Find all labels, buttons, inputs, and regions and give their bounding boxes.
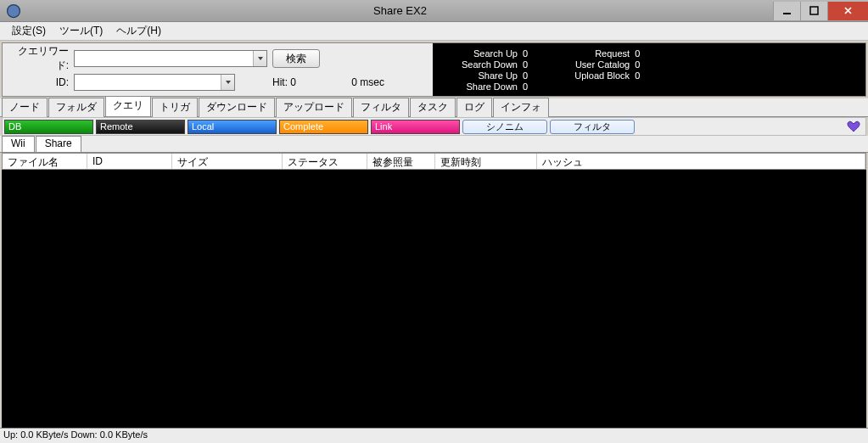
id-input[interactable] bbox=[75, 75, 221, 90]
search-panel: クエリワード: 検索 ID: Hit: 0 0 msec Search Up0 … bbox=[2, 42, 866, 97]
results-area bbox=[2, 170, 866, 428]
tab-task[interactable]: タスク bbox=[410, 98, 456, 117]
stat-row: Share Up0 bbox=[441, 70, 528, 81]
query-input[interactable] bbox=[75, 51, 253, 66]
tab-info[interactable]: インフォ bbox=[493, 98, 549, 117]
col-hash[interactable]: ハッシュ bbox=[537, 154, 865, 169]
stat-row: Search Up0 bbox=[441, 48, 528, 59]
close-button[interactable] bbox=[827, 2, 868, 20]
menu-tool[interactable]: ツール(T) bbox=[53, 22, 109, 40]
col-id[interactable]: ID bbox=[87, 154, 172, 169]
search-form: クエリワード: 検索 ID: Hit: 0 0 msec bbox=[3, 43, 433, 96]
chip-complete[interactable]: Complete bbox=[279, 120, 368, 134]
tab-log[interactable]: ログ bbox=[456, 98, 492, 117]
subtab-wii[interactable]: Wii bbox=[2, 136, 35, 152]
maximize-button[interactable] bbox=[800, 2, 827, 20]
col-status[interactable]: ステータス bbox=[283, 154, 367, 169]
minimize-button[interactable] bbox=[773, 2, 800, 20]
tab-node[interactable]: ノード bbox=[2, 98, 48, 117]
chip-link[interactable]: Link bbox=[371, 120, 460, 134]
titlebar: Share EX2 bbox=[0, 0, 868, 22]
heart-icon[interactable] bbox=[847, 120, 860, 133]
stat-row: Request0 bbox=[553, 48, 640, 59]
pill-filter[interactable]: フィルタ bbox=[550, 120, 635, 134]
menu-help[interactable]: ヘルプ(H) bbox=[109, 22, 168, 40]
stat-value: 0 bbox=[523, 81, 528, 92]
stat-label: User Catalog bbox=[553, 59, 630, 70]
chevron-down-icon[interactable] bbox=[253, 51, 266, 66]
sub-tabs: Wii Share bbox=[0, 136, 868, 153]
window-title: Share EX2 bbox=[27, 4, 773, 17]
column-headers: ファイル名 ID サイズ ステータス 被参照量 更新時刻 ハッシュ bbox=[2, 153, 866, 170]
stat-value: 0 bbox=[523, 70, 528, 81]
query-combo[interactable] bbox=[74, 50, 267, 67]
statusbar: Up: 0.0 KByte/s Down: 0.0 KByte/s bbox=[0, 428, 868, 443]
chip-db[interactable]: DB bbox=[4, 120, 93, 134]
stat-label: Search Down bbox=[441, 59, 518, 70]
chip-local[interactable]: Local bbox=[188, 120, 277, 134]
stat-label: Search Up bbox=[441, 48, 518, 59]
col-size[interactable]: サイズ bbox=[172, 154, 283, 169]
col-filename[interactable]: ファイル名 bbox=[3, 154, 87, 169]
tab-filter[interactable]: フィルタ bbox=[353, 98, 409, 117]
stat-value: 0 bbox=[635, 70, 640, 81]
tab-upload[interactable]: アップロード bbox=[276, 98, 352, 117]
tab-query[interactable]: クエリ bbox=[105, 96, 151, 116]
stat-value: 0 bbox=[523, 59, 528, 70]
stat-label: Request bbox=[553, 48, 630, 59]
stat-label: Upload Block bbox=[553, 70, 630, 81]
stat-label: Share Up bbox=[441, 70, 518, 81]
id-label: ID: bbox=[9, 76, 69, 88]
stat-row: User Catalog0 bbox=[553, 59, 640, 70]
app-icon bbox=[5, 3, 22, 20]
stat-value: 0 bbox=[635, 48, 640, 59]
stats-col-2: Request0 User Catalog0 Upload Block0 bbox=[553, 48, 640, 91]
status-text: Up: 0.0 KByte/s Down: 0.0 KByte/s bbox=[3, 429, 148, 440]
col-refcount[interactable]: 被参照量 bbox=[367, 154, 435, 169]
stat-value: 0 bbox=[635, 59, 640, 70]
stat-row: Upload Block0 bbox=[553, 70, 640, 81]
id-combo[interactable] bbox=[74, 74, 235, 91]
window-buttons bbox=[773, 2, 868, 20]
query-label: クエリワード: bbox=[9, 44, 69, 73]
chip-remote[interactable]: Remote bbox=[96, 120, 185, 134]
pill-synonym[interactable]: シノニム bbox=[462, 120, 547, 134]
col-updated[interactable]: 更新時刻 bbox=[435, 154, 537, 169]
tab-trigger[interactable]: トリガ bbox=[152, 98, 198, 117]
filter-bar: DB Remote Local Complete Link シノニム フィルタ bbox=[2, 117, 866, 136]
subtab-share[interactable]: Share bbox=[36, 136, 81, 152]
svg-point-0 bbox=[8, 4, 20, 17]
main-tabs: ノード フォルダ クエリ トリガ ダウンロード アップロード フィルタ タスク … bbox=[0, 98, 868, 117]
msec-value: 0 msec bbox=[325, 76, 384, 88]
svg-rect-1 bbox=[783, 13, 791, 14]
stat-label: Share Down bbox=[441, 81, 518, 92]
menubar: 設定(S) ツール(T) ヘルプ(H) bbox=[0, 22, 868, 41]
hit-count: Hit: 0 bbox=[272, 76, 320, 88]
search-button[interactable]: 検索 bbox=[272, 49, 320, 68]
tab-download[interactable]: ダウンロード bbox=[199, 98, 275, 117]
chevron-down-icon[interactable] bbox=[221, 75, 234, 90]
stats-panel: Search Up0 Search Down0 Share Up0 Share … bbox=[433, 43, 865, 96]
stat-value: 0 bbox=[523, 48, 528, 59]
stat-row: Search Down0 bbox=[441, 59, 528, 70]
menu-settings[interactable]: 設定(S) bbox=[5, 22, 53, 40]
svg-rect-2 bbox=[810, 7, 818, 14]
stats-col-1: Search Up0 Search Down0 Share Up0 Share … bbox=[441, 48, 528, 91]
stat-row: Share Down0 bbox=[441, 81, 528, 92]
tab-folder[interactable]: フォルダ bbox=[48, 98, 104, 117]
